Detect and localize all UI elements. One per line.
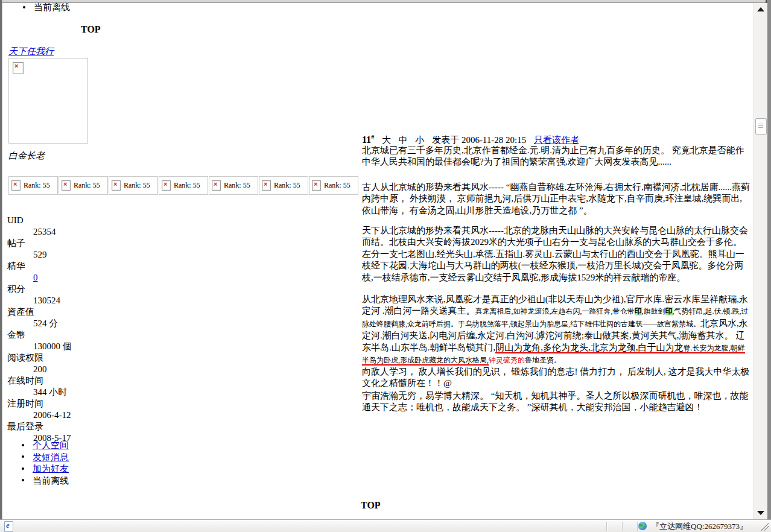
rank-badge: Rank: 55	[309, 176, 358, 195]
rank-badge: Rank: 55	[109, 176, 158, 195]
ie-page-icon	[4, 521, 13, 532]
window-left-border	[0, 0, 2, 519]
rank-badge: Rank: 55	[159, 176, 208, 195]
red-colored-text: 钟灵硫秀的	[489, 356, 525, 364]
bullet-icon	[23, 6, 25, 8]
top-anchor-link-lower[interactable]: TOP	[361, 500, 381, 511]
toolbar-bottom-edge	[0, 0, 771, 3]
offline-status-top: 当前离线	[23, 2, 70, 13]
top-anchor-link-upper[interactable]: TOP	[81, 24, 101, 35]
statusbar-divider	[606, 522, 607, 531]
post-paragraph-1: 北京城已有三千多年历史,北京作首都经金.元.明.清为止已有九百多年的历史。 究竟…	[362, 145, 750, 168]
stat-value-posts: 529	[33, 249, 164, 261]
rank-label: Rank: 55	[274, 181, 300, 190]
only-author-link[interactable]: 只看该作者	[534, 135, 579, 145]
stat-label-last-login: 最后登录	[7, 421, 164, 432]
list-item: 发短消息	[22, 452, 69, 464]
stat-value-credits: 130524	[33, 295, 164, 306]
stat-value-read-permission: 200	[33, 364, 164, 375]
post-paragraph-4: 从北京地理风水来说,凤凰驼才是真正的少祖山(非以天寿山为少祖),官厅水库.密云水…	[362, 294, 750, 366]
user-stats: UID25354 帖子529 精华0 积分130524 資產值524 分 金幣1…	[7, 215, 164, 444]
broken-image-icon	[162, 180, 171, 191]
thumb-grip-icon	[758, 124, 763, 128]
broken-image-icon	[312, 180, 321, 191]
vertical-scrollbar[interactable]	[754, 3, 767, 519]
rank-label: Rank: 55	[24, 181, 50, 190]
arrow-up-icon	[757, 7, 764, 11]
stat-value-reg-date: 2006-4-12	[33, 410, 164, 421]
stat-value-assets: 524 分	[33, 318, 164, 329]
stat-label-assets: 資產值	[7, 306, 164, 318]
scroll-up-button[interactable]	[754, 4, 767, 14]
stat-label-uid: UID	[7, 215, 164, 226]
stat-label-online-time: 在线时间	[7, 375, 164, 387]
broken-image-icon	[212, 180, 221, 191]
rank-badge: Rank: 55	[259, 176, 308, 195]
globe-icon	[638, 522, 647, 530]
rank-badge: Rank: 55	[8, 176, 58, 195]
bullet-icon	[22, 444, 24, 446]
broken-image-icon	[13, 62, 24, 74]
floor-number: 11#	[362, 135, 374, 145]
font-size-large-button[interactable]: 大	[382, 135, 391, 145]
list-item: 加为好友	[22, 463, 69, 475]
broken-image-icon	[11, 180, 21, 191]
stat-label-posts: 帖子	[7, 238, 164, 249]
profile-links: 个人空间 发短消息 加为好友 当前离线	[22, 440, 69, 487]
avatar-box	[8, 58, 88, 144]
rank-badge: Rank: 55	[59, 176, 108, 195]
scroll-thumb[interactable]	[755, 118, 767, 135]
stat-value-online-time: 344 小时	[33, 387, 164, 398]
post-date: 发表于 2006-11-28 20:15	[432, 135, 526, 145]
rank-label: Rank: 55	[124, 181, 150, 190]
broken-image-icon	[112, 180, 121, 191]
rank-badges-row: Rank: 55 Rank: 55 Rank: 55 Rank: 55 Rank…	[8, 176, 359, 195]
para4-small-text: 真龙离祖后,如神龙滚浪,左趋右闪,一路狂奔,带仓带	[475, 307, 635, 315]
rank-label: Rank: 55	[324, 181, 351, 190]
user-title: 白金长老	[8, 150, 45, 162]
stat-label-coins: 金幣	[7, 329, 164, 341]
rank-badge: Rank: 55	[209, 176, 258, 195]
qq-status-text: 『立达网维QQ:262679373』	[652, 521, 747, 532]
statusbar-divider	[622, 522, 623, 531]
post-paragraph-2: 古人从北京城的形势来看其风水----- “幽燕自昔称雄,左环沧海,右拥太行,南襟…	[362, 182, 750, 217]
bullet-icon	[22, 467, 24, 470]
stat-label-digest: 精华	[7, 261, 164, 272]
list-item: 当前离线	[22, 475, 69, 487]
username-link[interactable]: 天下任我行	[8, 46, 54, 56]
browser-content: 当前离线 TOP 天下任我行 白金长老 Rank: 55 Rank: 55 Ra…	[0, 0, 771, 532]
rank-label: Rank: 55	[74, 181, 100, 190]
rank-label: Rank: 55	[224, 181, 250, 190]
post-paragraph-3: 天下从北京城的形势来看其风水-----北京的龙脉由天山山脉的大兴安岭与昆仑山脉的…	[362, 225, 750, 283]
broken-image-icon	[62, 180, 71, 191]
scroll-down-button[interactable]	[754, 508, 767, 518]
resize-grip[interactable]	[761, 523, 769, 531]
bullet-icon	[22, 479, 24, 481]
bullet-icon	[22, 455, 24, 458]
stat-value-coins: 130000 個	[33, 341, 164, 352]
status-bar: 『立达网维QQ:262679373』	[0, 519, 771, 532]
highlighted-term: 印	[665, 307, 673, 315]
font-size-small-button[interactable]: 小	[415, 135, 424, 145]
link-send-message[interactable]: 发短消息	[33, 452, 69, 462]
offline-status-bottom: 当前离线	[33, 476, 69, 486]
highlighted-term: 印	[635, 307, 642, 315]
stat-label-read-permission: 阅读权限	[7, 352, 164, 364]
broken-image-icon	[262, 180, 271, 191]
stat-value-digest-link[interactable]: 0	[33, 273, 38, 282]
arrow-down-icon	[757, 511, 764, 515]
stat-value-uid: 25354	[33, 226, 164, 238]
post-paragraph-5: 向敌人学习， 敌人增长我们的见识， 锻炼我们的意志! 借力打力， 后发制人, 这…	[362, 366, 750, 390]
rank-label: Rank: 55	[174, 181, 200, 190]
list-item: 个人空间	[22, 440, 69, 452]
link-profile-space[interactable]: 个人空间	[33, 440, 69, 450]
font-size-medium-button[interactable]: 中	[399, 135, 408, 145]
post-paragraph-6: 宇宙浩瀚无穷，易学博大精深。 “知天机，知机其神乎。圣人之所以极深而研机也，唯深…	[362, 390, 750, 414]
link-add-friend[interactable]: 加为好友	[33, 464, 69, 473]
stat-label-credits: 积分	[7, 283, 164, 295]
red-underlined-text: 阴山为龙角,多伦为龙头,北京为龙颈,白于山为龙	[495, 343, 683, 353]
stat-label-reg-date: 注册时间	[7, 398, 164, 410]
offline-status-top-label: 当前离线	[34, 2, 70, 12]
statusbar-divider	[637, 522, 638, 531]
